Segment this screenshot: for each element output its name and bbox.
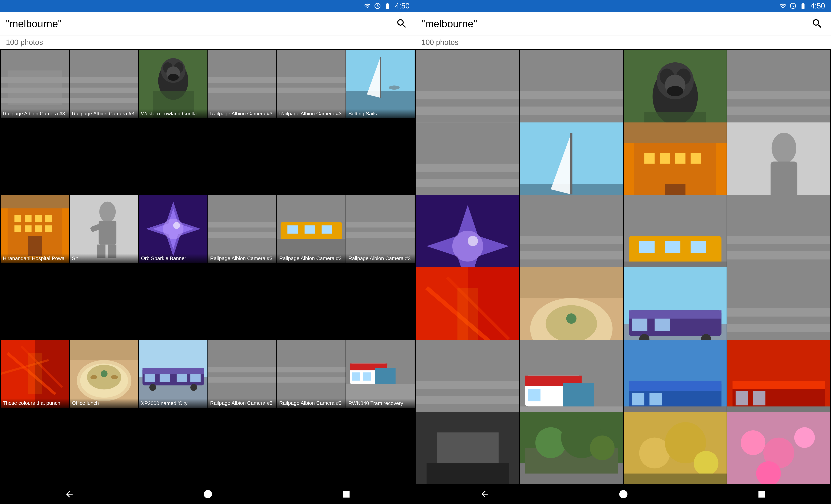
photo-label-5: Railpage Albion Camera #3	[277, 109, 346, 118]
photo-cell-2[interactable]: Railpage Albion Camera #3	[70, 50, 138, 118]
svg-rect-186	[563, 383, 594, 409]
svg-rect-5	[70, 50, 138, 118]
photo-cell-7[interactable]: Hiranandani Hospital Powai	[1, 195, 69, 263]
photo-cell-10[interactable]: Railpage Albion Camera #3	[208, 195, 277, 263]
left-photo-grid: Railpage Albion Camera #3 Railpage Albio…	[0, 49, 416, 484]
svg-rect-34	[15, 226, 21, 232]
svg-rect-190	[629, 381, 721, 391]
svg-rect-98	[352, 372, 360, 381]
svg-rect-181	[416, 396, 519, 405]
photo-cell-14[interactable]: Office lunch	[70, 339, 138, 408]
svg-rect-21	[277, 78, 346, 83]
svg-rect-39	[1, 195, 69, 208]
right-status-time: 4:50	[810, 2, 825, 10]
svg-rect-192	[649, 393, 662, 405]
photo-label-17: Railpage Albion Camera #3	[277, 398, 346, 408]
photo-cell-18[interactable]: RWN840 Tram recovery	[346, 339, 415, 408]
right-photo-count: 100 photos	[422, 38, 458, 47]
left-status-time: 4:50	[395, 2, 409, 10]
left-status-bar: 4:50	[0, 0, 416, 12]
photo-cell-12[interactable]: Railpage Albion Camera #3	[346, 195, 415, 263]
svg-rect-156	[727, 236, 830, 244]
photo-cell-16[interactable]: Railpage Albion Camera #3	[208, 339, 277, 408]
photo-cell-8[interactable]: Sit	[70, 195, 138, 263]
photo-cell-6[interactable]: Setting Sails	[346, 50, 415, 118]
photo-cell-11[interactable]: Railpage Albion Camera #3	[277, 195, 346, 263]
photo-cell-4[interactable]: Railpage Albion Camera #3	[208, 50, 277, 118]
right-photo-cell-22[interactable]	[520, 412, 623, 484]
svg-point-117	[667, 86, 683, 96]
photo-label-9: Orb Sparkle Banner	[139, 254, 207, 263]
right-photo-count-bar: 100 photos	[416, 35, 831, 49]
svg-rect-110	[520, 107, 623, 115]
svg-rect-134	[690, 153, 701, 164]
svg-rect-177	[727, 308, 830, 317]
alarm-icon	[374, 2, 381, 9]
svg-rect-172	[632, 319, 647, 331]
svg-rect-197	[736, 391, 748, 405]
photo-cell-1[interactable]: Railpage Albion Camera #3	[1, 50, 69, 118]
svg-rect-61	[346, 222, 415, 228]
photo-cell-5[interactable]: Railpage Albion Camera #3	[277, 50, 346, 118]
svg-rect-56	[287, 226, 298, 234]
photo-cell-17[interactable]: Railpage Albion Camera #3	[277, 339, 346, 408]
svg-rect-93	[277, 367, 346, 372]
svg-rect-148	[520, 251, 623, 260]
svg-rect-147	[520, 236, 623, 244]
svg-rect-20	[277, 50, 346, 118]
photo-cell-15[interactable]: XP2000 named 'City	[139, 339, 207, 408]
svg-rect-131	[644, 153, 655, 164]
svg-point-145	[468, 236, 478, 246]
battery-icon	[384, 2, 391, 9]
svg-point-216	[741, 431, 765, 455]
svg-point-75	[90, 375, 97, 379]
right-photo-cell-23[interactable]	[624, 412, 726, 484]
right-back-button[interactable]	[479, 488, 491, 500]
svg-point-138	[772, 133, 796, 164]
svg-rect-178	[727, 324, 830, 332]
svg-point-15	[168, 74, 178, 81]
right-search-button[interactable]	[809, 16, 825, 31]
svg-rect-198	[753, 391, 765, 405]
svg-rect-120	[727, 91, 830, 99]
left-back-button[interactable]	[63, 488, 75, 500]
svg-rect-57	[305, 226, 315, 234]
svg-rect-30	[15, 215, 21, 222]
svg-rect-157	[727, 251, 830, 260]
search-icon	[396, 18, 408, 30]
svg-rect-6	[70, 78, 138, 83]
svg-rect-152	[665, 241, 680, 254]
photo-label-4: Railpage Albion Camera #3	[208, 109, 277, 118]
right-photo-cell-21[interactable]	[416, 412, 519, 484]
photo-cell-13[interactable]: Those colours that punch	[1, 339, 69, 408]
photo-label-2: Railpage Albion Camera #3	[70, 109, 138, 118]
left-home-button[interactable]	[202, 488, 214, 500]
photo-label-1: Railpage Albion Camera #3	[1, 109, 69, 118]
svg-point-213	[694, 451, 718, 476]
svg-rect-196	[733, 381, 825, 389]
svg-rect-77	[70, 339, 138, 360]
svg-rect-38	[28, 236, 42, 256]
left-photo-count: 100 photos	[6, 38, 43, 47]
svg-rect-58	[322, 226, 332, 234]
right-home-button[interactable]	[618, 488, 629, 500]
svg-point-209	[590, 436, 614, 460]
right-recent-button[interactable]	[756, 488, 768, 500]
svg-rect-35	[25, 226, 31, 232]
photo-cell-9[interactable]: Orb Sparkle Banner	[139, 195, 207, 263]
svg-rect-89	[208, 339, 277, 408]
right-top-bar: "melbourne"	[416, 12, 831, 35]
svg-rect-19	[208, 88, 277, 93]
svg-rect-151	[639, 241, 655, 254]
svg-point-207	[536, 427, 566, 458]
right-photo-cell-24[interactable]	[727, 412, 830, 484]
svg-rect-171	[629, 310, 721, 319]
photo-cell-3[interactable]: Western Lowland Gorilla	[139, 50, 207, 118]
svg-rect-8	[70, 98, 138, 103]
svg-rect-31	[25, 215, 31, 222]
right-signal-icon	[779, 2, 786, 9]
left-recent-button[interactable]	[340, 488, 352, 500]
left-search-button[interactable]	[394, 16, 409, 31]
svg-rect-220	[727, 484, 830, 484]
photo-label-11: Railpage Albion Camera #3	[277, 254, 346, 263]
